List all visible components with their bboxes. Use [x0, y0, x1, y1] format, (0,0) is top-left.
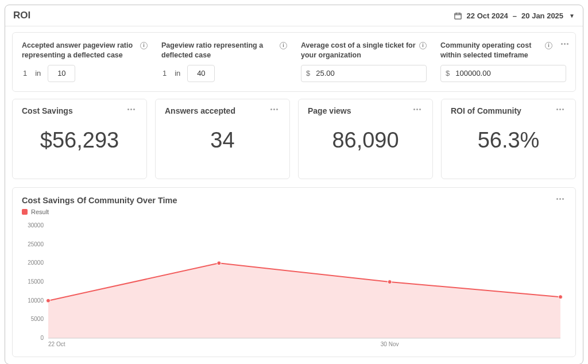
kpi-title: Answers accepted: [165, 106, 235, 115]
info-icon[interactable]: i: [419, 42, 427, 49]
kpi-page-views: Page views 86,090: [298, 99, 433, 179]
pageview-ratio-row: 1 in: [161, 65, 287, 82]
svg-point-13: [388, 280, 392, 284]
panel-content: Accepted answer pageview ratio represent…: [5, 26, 583, 364]
more-icon[interactable]: [559, 41, 571, 47]
kpi-row: Cost Savings $56,293 Answers accepted 34…: [12, 99, 576, 179]
date-range-picker[interactable]: 22 Oct 2024 – 20 Jan 2025 ▼: [454, 11, 575, 20]
pageview-ratio-input[interactable]: [187, 65, 215, 82]
kpi-value: $56,293: [22, 128, 137, 153]
operating-cost-input[interactable]: [454, 68, 561, 78]
svg-text:25000: 25000: [28, 241, 44, 247]
operating-cost-field[interactable]: $: [440, 65, 566, 82]
chart-legend: Result: [22, 208, 177, 215]
svg-text:10000: 10000: [28, 297, 44, 303]
svg-text:30 Nov: 30 Nov: [381, 341, 399, 347]
kpi-title: ROI of Community: [451, 106, 521, 115]
calendar-icon: [454, 11, 462, 20]
svg-text:22 Oct: 22 Oct: [48, 341, 65, 347]
roi-panel: ROI 22 Oct 2024 – 20 Jan 2025 ▼ Accepted…: [5, 5, 583, 364]
operating-cost-label: Community operating cost within selected…: [440, 41, 566, 60]
svg-text:0: 0: [40, 335, 44, 341]
more-icon[interactable]: [268, 106, 280, 113]
accepted-ratio-row: 1 in: [22, 65, 148, 82]
info-icon[interactable]: i: [280, 42, 287, 49]
operating-cost-group: Community operating cost within selected…: [440, 41, 566, 82]
ticket-cost-field[interactable]: $: [301, 65, 427, 82]
legend-swatch: [22, 209, 28, 215]
ratio-one: 1: [161, 69, 168, 78]
ticket-cost-input[interactable]: [315, 68, 421, 78]
more-icon[interactable]: [554, 196, 566, 202]
svg-text:30000: 30000: [28, 222, 44, 229]
kpi-roi: ROI of Community 56.3%: [441, 99, 576, 179]
date-from: 22 Oct 2024: [467, 11, 508, 20]
info-icon[interactable]: i: [545, 42, 552, 49]
currency-symbol: $: [306, 69, 310, 78]
more-icon[interactable]: [411, 106, 423, 113]
pageview-ratio-group: Pageview ratio representing a deflected …: [161, 41, 287, 82]
date-separator: –: [513, 11, 517, 20]
ticket-cost-group: Average cost of a single ticket for your…: [301, 41, 427, 82]
kpi-title: Page views: [308, 106, 351, 115]
kpi-answers-accepted: Answers accepted 34: [155, 99, 290, 179]
kpi-value: 56.3%: [451, 128, 566, 153]
inputs-card: Accepted answer pageview ratio represent…: [12, 32, 576, 92]
panel-header: ROI 22 Oct 2024 – 20 Jan 2025 ▼: [5, 5, 583, 26]
ticket-cost-label: Average cost of a single ticket for your…: [301, 41, 427, 60]
svg-text:20000: 20000: [28, 260, 44, 266]
chart-area: 05000100001500020000250003000022 Oct30 N…: [22, 220, 566, 352]
accepted-ratio-group: Accepted answer pageview ratio represent…: [22, 41, 148, 82]
svg-rect-0: [454, 13, 461, 19]
ratio-in-text: in: [34, 69, 42, 78]
svg-point-11: [47, 299, 51, 303]
accepted-ratio-label: Accepted answer pageview ratio represent…: [22, 41, 148, 60]
accepted-ratio-input[interactable]: [48, 65, 75, 82]
pageview-ratio-label: Pageview ratio representing a deflected …: [161, 41, 287, 60]
kpi-title: Cost Savings: [22, 106, 73, 115]
svg-point-12: [217, 261, 221, 265]
more-icon[interactable]: [554, 106, 566, 113]
date-to: 20 Jan 2025: [521, 11, 563, 20]
currency-symbol: $: [446, 69, 450, 78]
info-icon[interactable]: i: [140, 42, 148, 49]
svg-point-14: [559, 295, 563, 299]
chart-plot: 05000100001500020000250003000022 Oct30 N…: [22, 220, 566, 352]
chart-card: Cost Savings Of Community Over Time Resu…: [12, 187, 576, 357]
chart-title: Cost Savings Of Community Over Time: [22, 196, 177, 205]
kpi-cost-savings: Cost Savings $56,293: [12, 99, 147, 179]
svg-text:15000: 15000: [28, 278, 44, 285]
kpi-value: 86,090: [308, 128, 423, 153]
svg-text:5000: 5000: [31, 316, 44, 322]
more-icon[interactable]: [125, 106, 137, 113]
ratio-in-text: in: [173, 69, 181, 78]
legend-label: Result: [31, 208, 49, 215]
ratio-one: 1: [22, 69, 28, 78]
page-title: ROI: [13, 10, 30, 21]
kpi-value: 34: [165, 128, 280, 153]
chevron-down-icon: ▼: [569, 13, 575, 19]
